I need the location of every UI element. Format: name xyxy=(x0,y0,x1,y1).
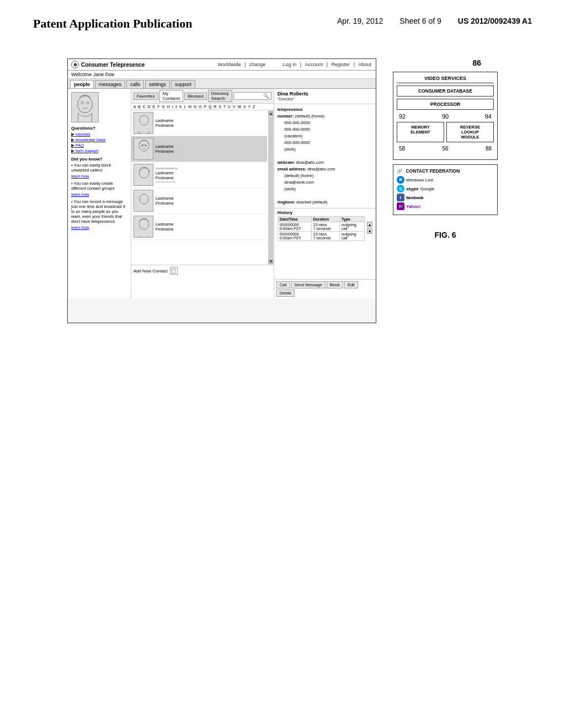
welcome-bar: Welcome Jane Doe xyxy=(68,71,376,79)
alphabet-nav: A B C D E F G H I J K L M N O P Q R S T … xyxy=(131,104,274,110)
main-content: ⊕ Consumer Telepresence Worldwide | chan… xyxy=(0,42,565,340)
video-services-title: VIDEO SERVICES xyxy=(397,76,494,83)
contact-panel: Favorites My Contacts Blocked Directory … xyxy=(131,89,274,298)
col-duration: Duration xyxy=(311,217,340,222)
subtab-favorites[interactable]: Favorites xyxy=(134,93,158,100)
tab-people[interactable]: people xyxy=(70,80,94,88)
tab-calls[interactable]: calls xyxy=(126,80,144,88)
brand-name: Consumer Telepresence xyxy=(81,62,145,68)
tel-number-vacation: 000-000-0000 xyxy=(278,127,310,132)
scrollbar-thumb[interactable] xyxy=(269,117,273,258)
add-contact-icon[interactable]: 📋 xyxy=(170,267,178,275)
contact-nickname: "Deedee" xyxy=(278,97,372,101)
list-item[interactable]: Lastname Firstname xyxy=(131,110,267,136)
tip-2-link[interactable]: learn how xyxy=(71,192,127,197)
block-button[interactable]: Block xyxy=(327,281,343,288)
facebook-label: facebook xyxy=(406,195,423,200)
subtab-blocked[interactable]: Blocked xyxy=(184,93,206,100)
yahoo-service: Y! Yahoo! xyxy=(397,202,494,210)
globe-icon: ⊕ xyxy=(71,61,79,68)
memory-box: MEMORYELEMENT xyxy=(397,122,444,142)
label-86: 86 xyxy=(393,58,498,67)
scrollbar-up[interactable]: ▲ xyxy=(269,111,273,116)
num-88: 88 xyxy=(486,146,492,152)
contact-name-2: Lastname Firstname xyxy=(156,144,174,154)
tip-3-link[interactable]: learn how xyxy=(71,225,127,230)
skype-label: skype xyxy=(406,186,419,191)
list-item[interactable]: Lastname Firstname xyxy=(131,136,267,162)
history-table: Date/Time Duration Type 00/00/00000:00am… xyxy=(278,216,365,241)
history-scroll-down[interactable]: ▼ xyxy=(367,228,372,234)
delete-button[interactable]: Delete xyxy=(276,290,295,297)
register-link[interactable]: Register xyxy=(332,62,350,67)
webcam-label: webcam: xyxy=(278,160,295,165)
scrollbar-down[interactable]: ▼ xyxy=(269,259,273,264)
about-link[interactable]: About xyxy=(358,62,371,67)
tab-messages[interactable]: messages xyxy=(95,80,125,88)
consumer-db-box: CONSUMER DATABASE xyxy=(397,85,494,97)
login-link[interactable]: Log in xyxy=(283,62,297,67)
sidebar-avatar xyxy=(71,92,99,122)
app-topbar: ⊕ Consumer Telepresence Worldwide | chan… xyxy=(68,59,376,71)
tip-2-text: You can easily create different contact … xyxy=(71,181,127,191)
email-work: dina@work.com xyxy=(278,180,314,185)
list-scrollbar: ▲ ▼ xyxy=(268,110,274,265)
telepresence-number-label: number: (default) (home) xyxy=(278,114,324,119)
app-sidebar: Questions? tutorials knowledge base FAQ … xyxy=(68,89,131,298)
edit-button[interactable]: Edit xyxy=(344,281,358,288)
contact-thumb-1 xyxy=(134,112,153,134)
processor-box: PROCESSOR xyxy=(397,99,494,110)
svg-point-10 xyxy=(145,145,146,147)
skype-service: S skype Google xyxy=(397,185,494,192)
subtab-directory-search[interactable]: Directory Search xyxy=(208,90,232,102)
search-input[interactable] xyxy=(236,94,263,98)
facebook-icon: f xyxy=(397,194,404,201)
subtab-my-contacts[interactable]: My Contacts xyxy=(159,90,184,102)
col-type: Type xyxy=(340,217,365,222)
change-label[interactable]: change xyxy=(249,62,266,67)
contact-thumb-2 xyxy=(134,138,153,160)
patent-sheet: Sheet 6 of 9 xyxy=(399,17,441,25)
contact-full-name: Dina Roberts xyxy=(278,91,372,97)
tutorials-link[interactable]: tutorials xyxy=(71,132,127,137)
small-labels: 58 56 88 xyxy=(397,146,494,152)
contact-list: Lastname Firstname xyxy=(131,110,274,265)
knowledge-base-link[interactable]: knowledge base xyxy=(71,137,127,142)
email-work-label: (work) xyxy=(278,186,296,191)
contact-list-inner: Lastname Firstname xyxy=(131,110,274,265)
call-button[interactable]: Call xyxy=(276,281,290,288)
history-row-1: 00/00/00000:00am PST 23 mins.7 seconds o… xyxy=(278,222,364,232)
tech-support-link[interactable]: tech support xyxy=(71,148,127,153)
windows-live-icon: ⊞ xyxy=(397,176,404,184)
tab-settings[interactable]: settings xyxy=(145,80,170,88)
email-default: dina@abc.com xyxy=(307,167,335,172)
list-item[interactable]: Lastname Firstname xyxy=(131,188,267,214)
col-datetime: Date/Time xyxy=(278,217,311,222)
faq-link[interactable]: FAQ xyxy=(71,143,127,148)
history-scroll-up[interactable]: ▲ xyxy=(367,222,372,227)
contact-name-1: Lastname Firstname xyxy=(156,118,174,128)
svg-point-0 xyxy=(78,96,93,113)
yahoo-icon: Y! xyxy=(397,202,404,210)
num-94: 94 xyxy=(485,113,492,120)
h2-duration: 23 mins.7 seconds xyxy=(311,232,340,241)
worldwide-label[interactable]: Worldwide xyxy=(218,62,241,67)
figure-label: FIG. 6 xyxy=(393,231,498,239)
send-message-button[interactable]: Send Message xyxy=(291,281,326,288)
tel-work-label: (work) xyxy=(278,147,296,152)
windows-live-label: Windows Live xyxy=(406,178,433,183)
alphabet[interactable]: A B C D E F G H I J K L M N O P Q R S T … xyxy=(134,105,256,109)
email-default-label: (default) (home) xyxy=(278,173,314,178)
list-item[interactable]: Lastname Firstname xyxy=(131,162,267,188)
contact-federation-box: 🔗 CONTACT FEDERATION ⊞ Windows Live S sk… xyxy=(393,164,498,215)
tip-3-text: You can record a message just one time a… xyxy=(71,199,127,224)
tip-1-link[interactable]: learn how xyxy=(71,174,127,179)
memory-reverse-row: MEMORYELEMENT REVERSELOOKUPMODULE xyxy=(397,122,494,142)
search-icon[interactable]: 🔍 xyxy=(263,93,269,99)
list-item[interactable]: Lastname Firstname xyxy=(131,214,267,240)
tip-1-text: You can easily block unwanted callers xyxy=(71,163,127,173)
tab-support[interactable]: support xyxy=(171,80,195,88)
page-header: Patent Application Publication Apr. 19, … xyxy=(0,0,565,42)
contact-name-3: Lastname Firstname xyxy=(156,168,178,183)
account-link[interactable]: Account xyxy=(305,62,323,67)
